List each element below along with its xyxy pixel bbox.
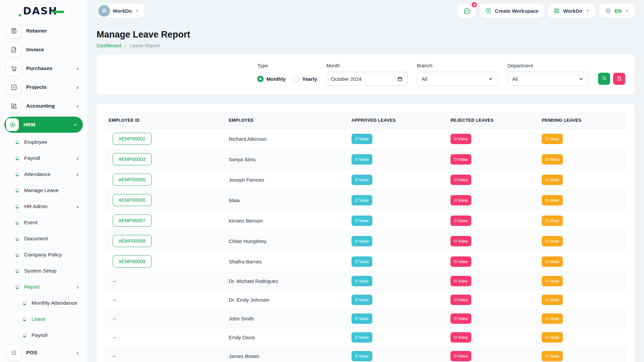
sidebar-item[interactable]: Document (0, 231, 87, 247)
workspace-selector[interactable]: WorkDo (97, 3, 144, 18)
sidebar-item[interactable]: POS › (0, 343, 87, 362)
employee-id[interactable]: #EMP00009 (113, 255, 152, 267)
rejected-view-badge[interactable]: 0 View (450, 313, 471, 324)
sidebar-item[interactable]: Employee (0, 134, 87, 150)
approved-view-badge[interactable]: 0 View (352, 236, 372, 246)
sidebar-item[interactable]: Manage Leave (0, 182, 87, 198)
sidebar-item[interactable]: Leave (0, 311, 87, 327)
hrm-icon (6, 118, 19, 131)
radio-monthly[interactable]: Monthly (257, 76, 286, 82)
approved-view-badge[interactable]: 0 View (352, 351, 372, 361)
sidebar-item[interactable]: Invoice (0, 40, 87, 59)
pending-view-badge[interactable]: 0 View (542, 295, 562, 305)
sidebar-menu: Retainer Invoice Purchases › (0, 21, 87, 362)
sidebar-item[interactable]: Projects › (0, 78, 87, 97)
sidebar-item[interactable]: Retainer (0, 21, 87, 40)
sidebar-item[interactable]: Attendance › (0, 166, 87, 182)
sidebar-item[interactable]: HR Admin › (0, 198, 87, 215)
reset-filter-button[interactable] (613, 73, 625, 85)
purchases-icon (7, 61, 21, 75)
logo[interactable]: DASH (0, 0, 87, 21)
pending-view-badge[interactable]: 0 View (542, 236, 562, 246)
approved-view-badge[interactable]: 0 View (352, 195, 372, 205)
pending-view-badge[interactable]: 0 View (542, 256, 562, 267)
department-select[interactable]: All (507, 72, 589, 86)
employee-id[interactable]: #EMP00003 (113, 153, 152, 165)
radio-yearly[interactable]: Yearly (293, 76, 317, 82)
sidebar-item[interactable]: System Setup (0, 263, 87, 279)
employee-id[interactable]: #EMP00006 (113, 194, 152, 206)
approved-view-badge[interactable]: 0 View (352, 332, 372, 343)
rejected-view-badge[interactable]: 0 View (450, 134, 471, 144)
sidebar-item[interactable]: Accounting › (0, 97, 87, 115)
sidebar-item[interactable]: Payroll (0, 327, 87, 343)
language-selector[interactable]: EN (599, 3, 635, 18)
apps-menu-button[interactable]: WorkDo (548, 3, 595, 18)
sidebar-item[interactable]: Company Policy (0, 247, 87, 263)
rejected-view-badge[interactable]: 0 View (450, 295, 471, 305)
pending-view-badge[interactable]: 0 View (542, 351, 562, 361)
search-button[interactable] (598, 73, 610, 85)
table-header-row: EMPLOYEE ID EMPLOYEE APPROVED LEAVES REJ… (105, 112, 627, 129)
employee-name: James Brown (225, 347, 347, 362)
sidebar-item[interactable]: Purchases › (0, 59, 87, 78)
messages-button[interactable]: 0 (458, 3, 476, 18)
approved-view-badge[interactable]: 0 View (352, 313, 372, 324)
radio-yearly-dot[interactable] (293, 76, 300, 82)
rejected-view-badge[interactable]: 0 View (450, 236, 471, 246)
rejected-view-badge[interactable]: 0 View (450, 216, 471, 226)
employee-id[interactable]: -- (113, 297, 116, 303)
pending-view-badge[interactable]: 0 View (542, 276, 562, 286)
approved-view-badge[interactable]: 0 View (352, 175, 372, 185)
rejected-view-badge[interactable]: 0 View (450, 332, 471, 343)
create-workspace-button[interactable]: Create Workspace (480, 3, 544, 18)
chevron-icon: › (76, 350, 78, 356)
pending-view-badge[interactable]: 0 View (542, 313, 562, 324)
breadcrumb: Dashboard › Leave Report (97, 43, 635, 48)
employee-id[interactable]: -- (113, 278, 116, 284)
chevron-icon: › (76, 172, 78, 177)
logo-dot-accent (19, 14, 21, 16)
rejected-view-badge[interactable]: 0 View (450, 195, 471, 205)
rejected-view-badge[interactable]: 0 View (450, 175, 471, 185)
employee-name: Dr. Michael Rodriguez (225, 272, 347, 291)
pending-view-badge[interactable]: 0 View (542, 216, 562, 226)
sidebar-item[interactable]: Monthly Attendance (0, 295, 87, 311)
month-input[interactable]: October 2024 (326, 72, 408, 86)
pending-view-badge[interactable]: 0 View (542, 134, 562, 144)
approved-view-badge[interactable]: 0 View (352, 154, 372, 165)
rejected-view-badge[interactable]: 0 View (450, 276, 471, 286)
branch-select[interactable]: All (417, 72, 498, 86)
employee-id[interactable]: -- (113, 353, 116, 359)
employee-id[interactable]: -- (113, 316, 116, 321)
bullet-icon (23, 301, 26, 305)
radio-monthly-dot[interactable] (257, 76, 264, 82)
employee-id[interactable]: -- (113, 335, 116, 340)
sidebar-item[interactable]: HRM › (4, 117, 83, 133)
sidebar-item[interactable]: Payroll › (0, 150, 87, 166)
workspace-avatar (99, 5, 110, 16)
rejected-view-badge[interactable]: 0 View (450, 256, 471, 267)
approved-view-badge[interactable]: 0 View (352, 256, 372, 267)
sidebar-item[interactable]: Event (0, 215, 87, 231)
approved-view-badge[interactable]: 0 View (352, 216, 372, 226)
employee-id[interactable]: #EMP00002 (113, 133, 152, 145)
rejected-view-badge[interactable]: 0 View (450, 351, 471, 361)
pending-view-badge[interactable]: 0 View (542, 332, 562, 343)
approved-view-badge[interactable]: 0 View (352, 295, 372, 305)
sidebar-item-label: Report (24, 284, 40, 290)
employee-id[interactable]: #EMP00008 (113, 235, 152, 247)
sidebar-item[interactable]: Report › (0, 279, 87, 295)
approved-view-badge[interactable]: 0 View (352, 134, 372, 144)
employee-id[interactable]: #EMP00005 (113, 174, 152, 186)
pending-view-badge[interactable]: 0 View (542, 154, 562, 165)
calendar-icon (397, 76, 403, 82)
employee-id[interactable]: #EMP00007 (113, 215, 152, 227)
breadcrumb-dashboard-link[interactable]: Dashboard (97, 43, 121, 48)
approved-view-badge[interactable]: 0 View (352, 276, 372, 286)
pending-view-badge[interactable]: 0 View (542, 175, 562, 185)
rejected-view-badge[interactable]: 0 View (450, 154, 471, 165)
chat-icon (463, 7, 471, 15)
sidebar-item-label: Attendance (24, 171, 50, 177)
pending-view-badge[interactable]: 0 View (542, 195, 562, 205)
